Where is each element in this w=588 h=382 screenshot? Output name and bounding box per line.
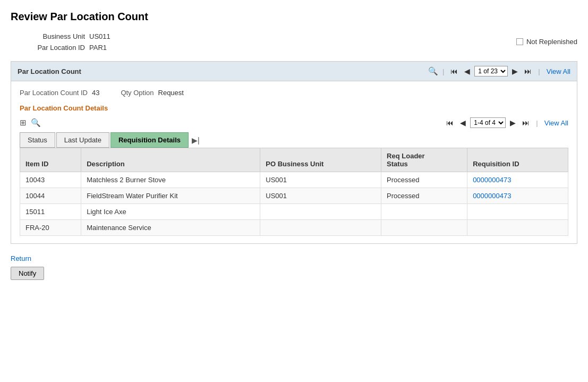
par-location-count-id-label: Par Location Count ID <box>20 89 88 97</box>
col-header-po-business-unit: PO Business Unit <box>260 148 381 172</box>
par-location-last-button[interactable]: ⏭ <box>522 66 534 77</box>
details-nav: ⏮ ◀ 1-4 of 4 ▶ ⏭ | View All <box>444 117 568 128</box>
col-header-requisition-id: Requisition ID <box>467 148 568 172</box>
cell-description: Light Ice Axe <box>81 204 260 220</box>
tab-status[interactable]: Status <box>20 132 55 148</box>
cell-req-loader-status <box>381 204 467 220</box>
col-header-req-loader-status: Req LoaderStatus <box>381 148 467 172</box>
cell-req-loader-status: Processed <box>381 188 467 204</box>
not-replenished-checkbox[interactable] <box>516 38 523 45</box>
tab-last-update[interactable]: Last Update <box>56 132 109 148</box>
details-view-all-link[interactable]: View All <box>544 119 568 127</box>
notify-button[interactable]: Notify <box>11 267 44 280</box>
cell-req-loader-status: Processed <box>381 172 467 188</box>
par-location-count-meta: Par Location Count ID 43 Qty Option Requ… <box>20 89 568 97</box>
cell-po-business-unit <box>260 220 381 236</box>
par-location-id-value: PAR1 <box>89 44 107 52</box>
par-location-count-id-value: 43 <box>92 89 99 97</box>
cell-description: Maintenance Service <box>81 220 260 236</box>
not-replenished-label: Not Replenished <box>526 38 577 46</box>
requisition-id-link[interactable]: 0000000473 <box>473 176 511 184</box>
par-location-count-section: Par Location Count 🔍 | ⏮ ◀ 1 of 23 ▶ ⏭ |… <box>11 61 577 244</box>
details-last-button[interactable]: ⏭ <box>520 117 532 128</box>
tab-expand-button[interactable]: ▶| <box>192 136 200 145</box>
details-search-button[interactable]: 🔍 <box>31 118 41 128</box>
qty-option-label: Qty Option <box>121 89 154 97</box>
cell-requisition-id: 0000000473 <box>467 188 568 204</box>
tab-requisition-details[interactable]: Requisition Details <box>110 132 189 148</box>
details-next-button[interactable]: ▶ <box>508 117 518 128</box>
par-location-next-button[interactable]: ▶ <box>510 66 520 77</box>
par-location-count-title: Par Location Count <box>18 67 81 75</box>
par-location-count-header: Par Location Count 🔍 | ⏮ ◀ 1 of 23 ▶ ⏭ |… <box>11 62 577 81</box>
par-location-count-details: Par Location Count Details ⊞ 🔍 ⏮ ◀ 1-4 o… <box>20 104 568 236</box>
details-tabs: Status Last Update Requisition Details ▶… <box>20 132 568 148</box>
cell-po-business-unit <box>260 204 381 220</box>
par-location-view-all-link[interactable]: View All <box>547 67 570 75</box>
par-location-prev-button[interactable]: ◀ <box>462 66 472 77</box>
table-row: 10044 FieldStream Water Purifier Kit US0… <box>20 188 568 204</box>
par-location-page-select[interactable]: 1 of 23 <box>474 66 508 77</box>
par-location-count-nav: 🔍 | ⏮ ◀ 1 of 23 ▶ ⏭ | View All <box>428 66 570 77</box>
cell-po-business-unit: US001 <box>260 172 381 188</box>
details-toolbar-left: ⊞ 🔍 <box>20 118 41 128</box>
cell-description: FieldStream Water Purifier Kit <box>81 188 260 204</box>
business-unit-value: US011 <box>89 32 110 40</box>
col-header-description: Description <box>81 148 260 172</box>
cell-requisition-id <box>467 204 568 220</box>
cell-item-id: 10044 <box>20 188 81 204</box>
cell-item-id: FRA-20 <box>20 220 81 236</box>
page-title: Review Par Location Count <box>11 11 577 23</box>
table-row: 10043 Matchless 2 Burner Stove US001 Pro… <box>20 172 568 188</box>
par-location-id-label: Par Location ID <box>11 44 85 52</box>
business-unit-label: Business Unit <box>11 32 85 40</box>
details-table: Item ID Description PO Business Unit Req… <box>20 148 568 236</box>
cell-req-loader-status <box>381 220 467 236</box>
details-grid-button[interactable]: ⊞ <box>20 118 27 128</box>
details-first-button[interactable]: ⏮ <box>444 117 456 128</box>
details-toolbar: ⊞ 🔍 ⏮ ◀ 1-4 of 4 ▶ ⏭ | View All <box>20 117 568 128</box>
requisition-id-link[interactable]: 0000000473 <box>473 192 511 200</box>
details-prev-button[interactable]: ◀ <box>458 117 468 128</box>
cell-requisition-id <box>467 220 568 236</box>
qty-option-value: Request <box>158 89 184 97</box>
par-location-count-content: Par Location Count ID 43 Qty Option Requ… <box>11 81 577 243</box>
par-location-search-button[interactable]: 🔍 <box>428 66 438 76</box>
details-title: Par Location Count Details <box>20 104 568 112</box>
return-link[interactable]: Return <box>11 254 577 262</box>
cell-requisition-id: 0000000473 <box>467 172 568 188</box>
table-row: 15011 Light Ice Axe <box>20 204 568 220</box>
cell-description: Matchless 2 Burner Stove <box>81 172 260 188</box>
par-location-first-button[interactable]: ⏮ <box>448 66 460 77</box>
table-row: FRA-20 Maintenance Service <box>20 220 568 236</box>
cell-item-id: 10043 <box>20 172 81 188</box>
details-page-select[interactable]: 1-4 of 4 <box>470 117 506 128</box>
col-header-item-id: Item ID <box>20 148 81 172</box>
cell-po-business-unit: US001 <box>260 188 381 204</box>
cell-item-id: 15011 <box>20 204 81 220</box>
bottom-actions: Return Notify <box>11 254 577 280</box>
